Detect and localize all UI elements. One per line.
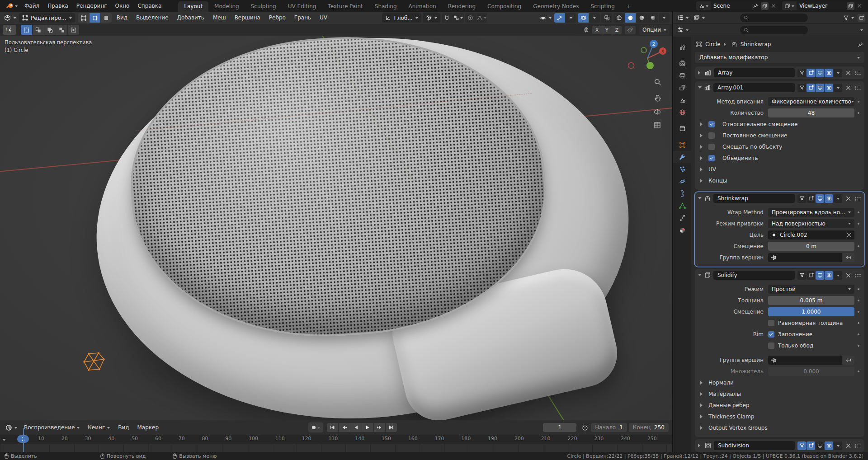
snap-target-select[interactable] xyxy=(453,13,464,23)
tab-modifiers[interactable] xyxy=(673,151,691,163)
view-menu[interactable]: Вид xyxy=(115,422,132,432)
vertex-group-field[interactable] xyxy=(768,356,842,365)
merge-panel[interactable]: Объединить xyxy=(695,152,862,164)
select-extend-button[interactable] xyxy=(33,25,44,35)
play-reverse-button[interactable] xyxy=(350,423,362,432)
modifier-extras-button[interactable] xyxy=(834,69,842,77)
select-subtract-button[interactable] xyxy=(44,25,56,35)
playback-menu[interactable]: Воспроизведение xyxy=(21,422,83,432)
factor-field[interactable]: 0.000 xyxy=(768,367,854,376)
scene-name-field[interactable]: Scene xyxy=(711,1,778,10)
edit-mode-toggle[interactable] xyxy=(807,84,815,92)
constant-offset-panel[interactable]: Постоянное смещение xyxy=(695,130,862,141)
count-field[interactable]: 48 xyxy=(768,108,854,117)
checkbox[interactable] xyxy=(708,144,715,150)
play-button[interactable] xyxy=(362,423,373,432)
offset-field[interactable]: 0 m xyxy=(768,242,854,251)
menu-vertex[interactable]: Вершина xyxy=(231,12,264,24)
delete-modifier-button[interactable] xyxy=(845,443,852,448)
scene-browse-button[interactable] xyxy=(696,1,711,10)
jump-to-end-button[interactable] xyxy=(386,423,397,432)
checkbox[interactable] xyxy=(768,331,774,338)
add-modifier-button[interactable]: Добавить модификатор xyxy=(695,52,864,63)
shading-material-button[interactable] xyxy=(636,13,647,23)
realtime-toggle[interactable] xyxy=(816,69,824,77)
viewport-canvas[interactable]: Пользовательская перспектива (1) Circle … xyxy=(0,36,672,420)
tab-object[interactable] xyxy=(673,139,691,151)
drag-handle[interactable] xyxy=(854,71,861,75)
pin-icon[interactable] xyxy=(858,42,863,47)
modifier-name-field[interactable]: Array xyxy=(714,68,795,77)
on-cage-toggle[interactable] xyxy=(797,84,806,92)
render-toggle[interactable] xyxy=(825,271,833,280)
breadcrumb-object[interactable]: Circle xyxy=(705,41,721,47)
properties-search-input[interactable] xyxy=(740,26,808,34)
render-toggle[interactable] xyxy=(825,194,833,203)
modifier-extras-button[interactable] xyxy=(834,84,842,92)
target-object-field[interactable]: Circle.002 xyxy=(768,230,854,239)
animate-dot[interactable] xyxy=(858,112,859,114)
solidify-offset-field[interactable]: 1.0000 xyxy=(768,307,854,316)
drag-handle[interactable] xyxy=(854,86,861,90)
edit-mode-toggle[interactable] xyxy=(807,271,815,280)
remove-viewlayer-icon[interactable] xyxy=(857,4,862,8)
edge-select-button[interactable] xyxy=(90,13,100,23)
modifier-name-field[interactable]: Subdivision xyxy=(714,441,795,450)
drag-handle[interactable] xyxy=(854,197,861,201)
menu-face[interactable]: Грань xyxy=(291,12,315,24)
tab-sculpting[interactable]: Sculpting xyxy=(245,1,282,12)
expand-icon[interactable] xyxy=(698,71,702,75)
auto-key-button[interactable] xyxy=(308,422,323,432)
on-cage-toggle[interactable] xyxy=(797,441,806,450)
tab-texture-paint[interactable]: Texture Paint xyxy=(322,1,368,12)
select-intersect-button[interactable] xyxy=(68,25,79,35)
animate-dot[interactable] xyxy=(858,245,859,247)
gizmo-y-neg-ball[interactable] xyxy=(641,47,646,53)
blender-menu-button[interactable] xyxy=(4,2,20,9)
overlays-toggle[interactable] xyxy=(578,13,589,23)
tool-options-dropdown[interactable]: Опции xyxy=(639,25,670,35)
menu-file[interactable]: Файл xyxy=(20,0,43,12)
add-workspace-button[interactable]: + xyxy=(621,1,637,12)
outliner-search-input[interactable] xyxy=(740,14,808,22)
realtime-toggle[interactable] xyxy=(816,441,824,450)
tab-rendering[interactable]: Rendering xyxy=(442,1,481,12)
mirror-z-button[interactable]: Z xyxy=(612,26,622,34)
channel-expand-icon[interactable] xyxy=(2,439,6,443)
collapse-icon[interactable] xyxy=(698,274,702,278)
tab-shading[interactable]: Shading xyxy=(369,1,403,12)
caps-panel[interactable]: Концы xyxy=(695,175,862,186)
vertex-select-button[interactable] xyxy=(78,13,89,23)
frame-start-field[interactable]: Начало1 xyxy=(591,423,627,432)
on-cage-toggle[interactable] xyxy=(797,194,806,203)
outliner-display-mode-button[interactable] xyxy=(692,13,706,23)
jump-to-start-button[interactable] xyxy=(327,423,338,432)
output-vertex-groups-panel[interactable]: Output Vertex Groups xyxy=(695,422,862,433)
tab-collection[interactable] xyxy=(673,122,691,135)
edit-mode-toggle[interactable] xyxy=(807,69,815,77)
clear-target-icon[interactable] xyxy=(847,233,851,237)
menu-window[interactable]: Окно xyxy=(111,0,134,12)
tab-object-data[interactable] xyxy=(673,200,691,212)
properties-editor-type-button[interactable] xyxy=(676,25,690,35)
edge-data-panel[interactable]: Данные рёбер xyxy=(695,399,862,411)
overlays-options[interactable] xyxy=(589,13,600,23)
animate-dot[interactable] xyxy=(858,300,859,301)
delete-modifier-button[interactable] xyxy=(845,85,852,90)
drag-handle[interactable] xyxy=(854,273,861,277)
marker-menu[interactable]: Маркер xyxy=(134,422,162,432)
timeline-editor-type-button[interactable] xyxy=(4,422,19,432)
editor-type-button[interactable] xyxy=(3,13,18,23)
menu-view[interactable]: Вид xyxy=(113,12,131,24)
pin-icon[interactable] xyxy=(753,3,758,9)
render-toggle[interactable] xyxy=(825,69,833,77)
proportional-falloff-select[interactable] xyxy=(476,13,487,23)
visibility-select[interactable] xyxy=(538,13,553,23)
uv-panel[interactable]: UV xyxy=(695,164,862,175)
ortho-toggle-button[interactable] xyxy=(654,122,661,129)
move-view-button[interactable] xyxy=(654,94,661,102)
animate-dot[interactable] xyxy=(858,288,859,290)
tab-material[interactable] xyxy=(673,224,691,236)
breadcrumb-modifier[interactable]: Shrinkwrap xyxy=(741,41,771,47)
collapse-icon[interactable] xyxy=(698,197,702,201)
